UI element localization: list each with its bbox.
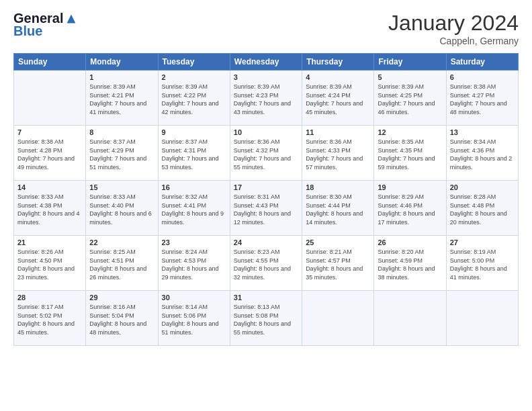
day-number: 30 — [162, 293, 226, 302]
day-cell: 15Sunrise: 8:33 AMSunset: 4:40 PMDayligh… — [86, 181, 158, 236]
day-info: Sunrise: 8:31 AMSunset: 4:43 PMDaylight:… — [234, 193, 298, 226]
day-number: 8 — [89, 128, 154, 136]
day-number: 9 — [162, 128, 226, 136]
svg-marker-0 — [67, 14, 76, 23]
day-number: 27 — [450, 238, 515, 246]
day-info: Sunrise: 8:25 AMSunset: 4:51 PMDaylight:… — [89, 248, 154, 281]
day-number: 10 — [234, 128, 298, 136]
day-info: Sunrise: 8:21 AMSunset: 4:57 PMDaylight:… — [306, 248, 370, 281]
day-cell: 3Sunrise: 8:39 AMSunset: 4:23 PMDaylight… — [230, 71, 302, 126]
day-cell: 13Sunrise: 8:34 AMSunset: 4:36 PMDayligh… — [446, 126, 518, 181]
day-info: Sunrise: 8:33 AMSunset: 4:40 PMDaylight:… — [89, 193, 154, 226]
day-cell: 10Sunrise: 8:36 AMSunset: 4:32 PMDayligh… — [230, 126, 302, 181]
header-tuesday: Tuesday — [158, 54, 230, 71]
day-info: Sunrise: 8:26 AMSunset: 4:50 PMDaylight:… — [17, 248, 82, 281]
day-number: 23 — [162, 238, 226, 246]
day-cell: 16Sunrise: 8:32 AMSunset: 4:41 PMDayligh… — [158, 181, 230, 236]
day-info: Sunrise: 8:23 AMSunset: 4:55 PMDaylight:… — [234, 248, 298, 281]
logo: General Blue — [13, 11, 77, 39]
day-number: 20 — [450, 183, 515, 191]
day-cell: 4Sunrise: 8:39 AMSunset: 4:24 PMDaylight… — [302, 71, 374, 126]
day-cell: 18Sunrise: 8:30 AMSunset: 4:44 PMDayligh… — [302, 181, 374, 236]
day-number: 2 — [162, 73, 226, 81]
day-info: Sunrise: 8:38 AMSunset: 4:27 PMDaylight:… — [450, 83, 515, 116]
day-cell: 25Sunrise: 8:21 AMSunset: 4:57 PMDayligh… — [302, 236, 374, 291]
day-info: Sunrise: 8:29 AMSunset: 4:46 PMDaylight:… — [378, 193, 442, 226]
page-container: General Blue January 2024 Cappeln, Germa… — [0, 0, 532, 353]
page-header: General Blue January 2024 Cappeln, Germa… — [13, 11, 519, 46]
month-title: January 2024 — [388, 11, 519, 36]
day-cell: 31Sunrise: 8:13 AMSunset: 5:08 PMDayligh… — [230, 291, 302, 346]
day-number: 12 — [378, 128, 442, 136]
day-cell: 9Sunrise: 8:37 AMSunset: 4:31 PMDaylight… — [158, 126, 230, 181]
day-number: 7 — [17, 128, 82, 136]
day-cell — [446, 291, 518, 346]
day-info: Sunrise: 8:36 AMSunset: 4:33 PMDaylight:… — [306, 138, 370, 171]
day-info: Sunrise: 8:14 AMSunset: 5:06 PMDaylight:… — [162, 303, 226, 336]
day-cell: 1Sunrise: 8:39 AMSunset: 4:21 PMDaylight… — [86, 71, 158, 126]
day-cell — [374, 291, 446, 346]
day-info: Sunrise: 8:37 AMSunset: 4:31 PMDaylight:… — [162, 138, 226, 171]
week-row-1: 1Sunrise: 8:39 AMSunset: 4:21 PMDaylight… — [14, 71, 519, 126]
day-cell: 22Sunrise: 8:25 AMSunset: 4:51 PMDayligh… — [86, 236, 158, 291]
header-monday: Monday — [86, 54, 158, 71]
day-number: 26 — [378, 238, 442, 246]
day-cell — [14, 71, 86, 126]
day-info: Sunrise: 8:17 AMSunset: 5:02 PMDaylight:… — [17, 303, 82, 336]
day-info: Sunrise: 8:34 AMSunset: 4:36 PMDaylight:… — [450, 138, 515, 171]
logo-blue: Blue — [13, 24, 42, 39]
day-cell: 14Sunrise: 8:33 AMSunset: 4:38 PMDayligh… — [14, 181, 86, 236]
day-cell: 7Sunrise: 8:38 AMSunset: 4:28 PMDaylight… — [14, 126, 86, 181]
day-number: 19 — [378, 183, 442, 191]
day-number: 15 — [89, 183, 154, 191]
day-cell: 6Sunrise: 8:38 AMSunset: 4:27 PMDaylight… — [446, 71, 518, 126]
location: Cappeln, Germany — [388, 36, 519, 46]
day-number: 11 — [306, 128, 370, 136]
day-number: 14 — [17, 183, 82, 191]
day-cell: 12Sunrise: 8:35 AMSunset: 4:35 PMDayligh… — [374, 126, 446, 181]
day-info: Sunrise: 8:35 AMSunset: 4:35 PMDaylight:… — [378, 138, 442, 171]
day-info: Sunrise: 8:13 AMSunset: 5:08 PMDaylight:… — [234, 303, 298, 336]
week-row-2: 7Sunrise: 8:38 AMSunset: 4:28 PMDaylight… — [14, 126, 519, 181]
day-number: 1 — [89, 73, 154, 81]
day-number: 6 — [450, 73, 515, 81]
title-block: January 2024 Cappeln, Germany — [388, 11, 519, 46]
day-number: 5 — [378, 73, 442, 81]
day-number: 4 — [306, 73, 370, 81]
day-cell: 20Sunrise: 8:28 AMSunset: 4:48 PMDayligh… — [446, 181, 518, 236]
header-wednesday: Wednesday — [230, 54, 302, 71]
day-cell: 21Sunrise: 8:26 AMSunset: 4:50 PMDayligh… — [14, 236, 86, 291]
day-info: Sunrise: 8:16 AMSunset: 5:04 PMDaylight:… — [89, 303, 154, 336]
day-number: 29 — [89, 293, 154, 302]
day-number: 16 — [162, 183, 226, 191]
day-info: Sunrise: 8:33 AMSunset: 4:38 PMDaylight:… — [17, 193, 82, 226]
day-info: Sunrise: 8:28 AMSunset: 4:48 PMDaylight:… — [450, 193, 515, 226]
day-cell: 24Sunrise: 8:23 AMSunset: 4:55 PMDayligh… — [230, 236, 302, 291]
day-cell: 27Sunrise: 8:19 AMSunset: 5:00 PMDayligh… — [446, 236, 518, 291]
day-number: 13 — [450, 128, 515, 136]
day-number: 17 — [234, 183, 298, 191]
calendar-table: SundayMondayTuesdayWednesdayThursdayFrid… — [13, 53, 519, 346]
day-cell — [302, 291, 374, 346]
day-number: 22 — [89, 238, 154, 246]
day-cell: 11Sunrise: 8:36 AMSunset: 4:33 PMDayligh… — [302, 126, 374, 181]
day-info: Sunrise: 8:30 AMSunset: 4:44 PMDaylight:… — [306, 193, 370, 226]
day-cell: 19Sunrise: 8:29 AMSunset: 4:46 PMDayligh… — [374, 181, 446, 236]
day-number: 3 — [234, 73, 298, 81]
day-info: Sunrise: 8:39 AMSunset: 4:22 PMDaylight:… — [162, 83, 226, 116]
day-number: 25 — [306, 238, 370, 246]
day-cell: 2Sunrise: 8:39 AMSunset: 4:22 PMDaylight… — [158, 71, 230, 126]
day-info: Sunrise: 8:39 AMSunset: 4:25 PMDaylight:… — [378, 83, 442, 116]
header-friday: Friday — [374, 54, 446, 71]
day-info: Sunrise: 8:24 AMSunset: 4:53 PMDaylight:… — [162, 248, 226, 281]
day-info: Sunrise: 8:39 AMSunset: 4:21 PMDaylight:… — [89, 83, 154, 116]
day-info: Sunrise: 8:19 AMSunset: 5:00 PMDaylight:… — [450, 248, 515, 281]
day-cell: 5Sunrise: 8:39 AMSunset: 4:25 PMDaylight… — [374, 71, 446, 126]
day-info: Sunrise: 8:38 AMSunset: 4:28 PMDaylight:… — [17, 138, 82, 171]
day-number: 18 — [306, 183, 370, 191]
day-cell: 23Sunrise: 8:24 AMSunset: 4:53 PMDayligh… — [158, 236, 230, 291]
day-info: Sunrise: 8:20 AMSunset: 4:59 PMDaylight:… — [378, 248, 442, 281]
header-row: SundayMondayTuesdayWednesdayThursdayFrid… — [14, 54, 519, 71]
day-number: 31 — [234, 293, 298, 302]
header-saturday: Saturday — [446, 54, 518, 71]
